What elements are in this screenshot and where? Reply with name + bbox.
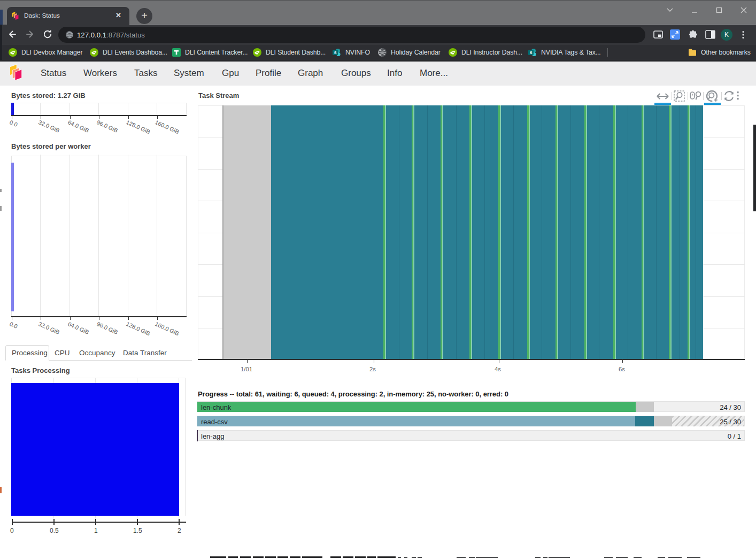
svg-text:s: s [334,50,337,55]
svg-text:s: s [530,50,533,55]
